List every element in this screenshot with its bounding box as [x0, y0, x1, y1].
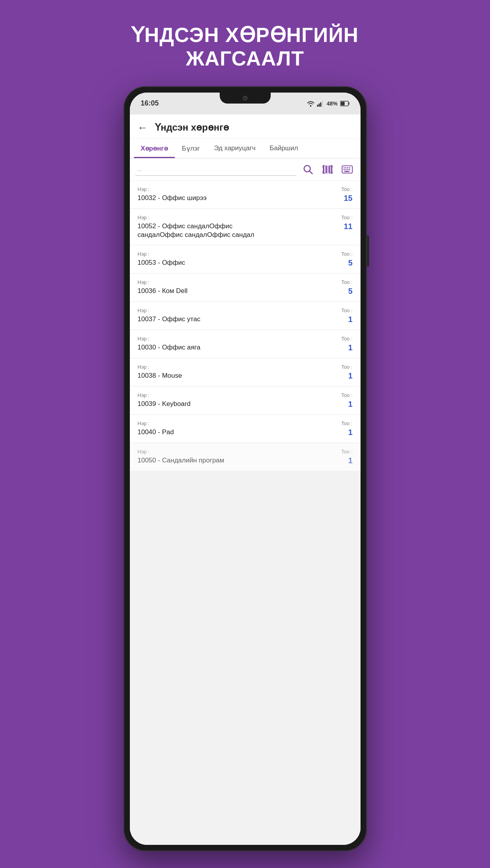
battery-label: 48% [326, 100, 337, 107]
too-label: Тоо : [333, 308, 353, 313]
too-label: Тоо : [333, 420, 353, 426]
svg-rect-10 [325, 166, 326, 173]
list-item[interactable]: Нэр : 10039 - Keyboard Тоо : 1 [130, 387, 361, 414]
phone-screen: 16:05 [130, 93, 361, 845]
item-name: 10030 - Оффис аяга [138, 343, 333, 352]
svg-rect-22 [347, 169, 348, 170]
back-button[interactable]: ← [138, 122, 148, 134]
count-value: 5 [333, 287, 353, 296]
search-input-wrap[interactable]: ... [135, 163, 296, 176]
item-name: 10039 - Keyboard [138, 400, 333, 408]
item-name: 10032 - Оффис ширээ [138, 194, 333, 202]
search-bar: ... [130, 158, 361, 181]
count-value: 1 [333, 371, 353, 380]
count-value: 1 [333, 456, 353, 465]
too-label: Тоо : [333, 215, 353, 220]
camera [243, 96, 248, 100]
item-name: 10040 - Pad [138, 428, 333, 437]
svg-rect-21 [345, 169, 346, 170]
list-item[interactable]: Нэр : 10052 - Оффис сандалОффис сандалОф… [130, 209, 361, 245]
status-icons: 48% [307, 100, 349, 107]
list-item[interactable]: Нэр : 10030 - Оффис аяга Тоо : 1 [130, 330, 361, 358]
too-label: Тоо : [333, 336, 353, 342]
ner-label: Нэр : [138, 336, 333, 342]
list-item[interactable]: Нэр : 10038 - Mouse Тоо : 1 [130, 358, 361, 386]
item-name: 10052 - Оффис сандалОффис сандалОффис са… [138, 222, 279, 239]
svg-rect-19 [349, 167, 350, 168]
svg-rect-2 [320, 102, 321, 107]
ner-label: Нэр : [138, 449, 333, 455]
tab-bayrshil[interactable]: Байршил [262, 139, 305, 158]
search-button[interactable] [300, 162, 316, 177]
barcode-icon [322, 164, 333, 175]
svg-rect-1 [319, 104, 320, 107]
count-value: 5 [333, 258, 353, 267]
too-label: Тоо : [333, 279, 353, 285]
svg-rect-12 [328, 166, 329, 173]
tab-ed-hariutsagch[interactable]: Эд хариуцагч [207, 139, 263, 158]
list-item[interactable]: Нэр : 10032 - Оффис ширээ Тоо : 15 [130, 181, 361, 208]
search-icons [300, 162, 355, 177]
search-placeholder: ... [137, 165, 142, 173]
list-item[interactable]: Нэр : 10053 - Оффис Тоо : 5 [130, 246, 361, 273]
item-name: 10053 - Оффис [138, 258, 333, 267]
item-name: 10037 - Оффис утас [138, 315, 333, 324]
keyboard-button[interactable] [339, 162, 355, 177]
svg-rect-20 [343, 169, 344, 170]
keyboard-icon [342, 164, 353, 175]
search-icon [302, 164, 313, 175]
svg-rect-23 [349, 169, 350, 170]
too-label: Тоо : [333, 392, 353, 398]
status-bar: 16:05 [130, 93, 361, 115]
list-item[interactable]: Нэр : 10050 - Сандалийн програм Тоо : 1 [130, 443, 361, 471]
barcode-button[interactable] [320, 162, 335, 177]
item-name: 10050 - Сандалийн програм [138, 456, 333, 465]
svg-rect-24 [344, 171, 349, 172]
tab-buleg[interactable]: Бүлэг [175, 139, 207, 158]
too-label: Тоо : [333, 251, 353, 257]
svg-rect-5 [348, 102, 349, 105]
svg-line-8 [310, 171, 312, 174]
ner-label: Нэр : [138, 420, 333, 426]
app-title: Үндсэн хөрөнгө [155, 122, 230, 133]
count-value: 11 [333, 222, 353, 231]
svg-rect-11 [326, 166, 327, 173]
too-label: Тоо : [333, 364, 353, 370]
count-value: 1 [333, 315, 353, 324]
svg-rect-3 [322, 101, 323, 107]
count-value: 1 [333, 400, 353, 409]
status-time: 16:05 [141, 99, 159, 107]
list-item[interactable]: Нэр : 10037 - Оффис утас Тоо : 1 [130, 302, 361, 329]
svg-rect-13 [329, 166, 330, 173]
tab-herenge[interactable]: Хөрөнгө [134, 139, 175, 158]
app-header: ← Үндсэн хөрөнгө [130, 115, 361, 139]
phone-mockup: 16:05 [124, 86, 367, 851]
ner-label: Нэр : [138, 279, 333, 285]
ner-label: Нэр : [138, 215, 333, 220]
list-item[interactable]: Нэр : 10036 - Ком Dell Тоо : 5 [130, 274, 361, 301]
count-value: 1 [333, 428, 353, 437]
page-title: ҮНДСЭН ХӨРӨНГИЙН ЖАГСААЛТ [131, 24, 359, 71]
battery-icon [340, 101, 350, 106]
app-content: ← Үндсэн хөрөнгө Хөрөнгө Бүлэг Эд хариуц… [130, 115, 361, 845]
item-name: 10036 - Ком Dell [138, 287, 333, 295]
svg-rect-6 [341, 102, 344, 105]
phone-frame: 16:05 [124, 86, 367, 851]
too-label: Тоо : [333, 186, 353, 192]
list-item[interactable]: Нэр : 10040 - Pad Тоо : 1 [130, 415, 361, 442]
too-label: Тоо : [333, 449, 353, 455]
item-name: 10038 - Mouse [138, 371, 333, 380]
count-value: 15 [333, 194, 353, 203]
tab-bar: Хөрөнгө Бүлэг Эд хариуцагч Байршил [130, 139, 361, 158]
signal-icon [317, 100, 324, 107]
ner-label: Нэр : [138, 308, 333, 313]
count-value: 1 [333, 343, 353, 352]
svg-rect-17 [345, 167, 346, 168]
ner-label: Нэр : [138, 186, 333, 192]
notch [220, 93, 271, 104]
ner-label: Нэр : [138, 364, 333, 370]
svg-rect-16 [343, 167, 344, 168]
svg-rect-18 [347, 167, 348, 168]
svg-rect-0 [317, 105, 318, 107]
asset-list[interactable]: Нэр : 10032 - Оффис ширээ Тоо : 15 Нэр :… [130, 181, 361, 845]
